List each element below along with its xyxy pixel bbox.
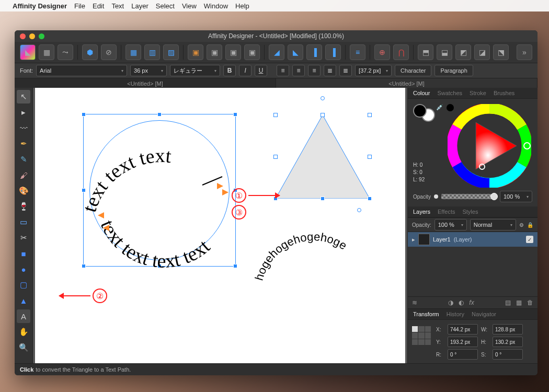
align-icon[interactable]: ≡ xyxy=(350,44,365,60)
rotate-ccw-icon[interactable]: ▐ xyxy=(306,44,322,60)
crop-tool-icon[interactable]: ✂ xyxy=(17,231,30,245)
textpath-width[interactable]: [37.2 px]▾ xyxy=(355,65,392,76)
zoom-tool-icon[interactable]: 🔍 xyxy=(17,341,30,354)
align-center-icon[interactable]: ≡ xyxy=(292,65,305,76)
underline-button[interactable]: U xyxy=(255,65,267,76)
app-name[interactable]: Affinity Designer xyxy=(13,2,67,10)
flip-h-icon[interactable]: ◢ xyxy=(269,44,284,60)
align-justify-icon[interactable]: ≣ xyxy=(324,65,336,76)
tab-brushes[interactable]: Brushes xyxy=(494,90,514,96)
boolean-intersect-icon[interactable]: ◩ xyxy=(455,44,471,60)
show-grid-icon[interactable]: ▦ xyxy=(125,44,141,60)
opacity-slider[interactable] xyxy=(441,194,497,199)
move-back-icon[interactable]: ▣ xyxy=(225,44,241,60)
move-backward-icon[interactable]: ▣ xyxy=(244,44,260,60)
italic-button[interactable]: I xyxy=(239,65,251,76)
eyedropper-icon[interactable]: 💉 xyxy=(436,104,443,111)
font-weight-select[interactable]: レギュラー▾ xyxy=(170,65,220,76)
tab-stroke[interactable]: Stroke xyxy=(470,90,486,96)
canvas-area[interactable]: text text text text text text text hogeh… xyxy=(33,88,407,364)
ellipse-tool-icon[interactable]: ● xyxy=(17,262,30,276)
paragraph-button[interactable]: Paragraph xyxy=(434,65,473,76)
fx-icon[interactable]: fx xyxy=(469,299,474,306)
pen-tool-icon[interactable]: ✒ xyxy=(17,137,30,151)
fill-stroke-swatch[interactable] xyxy=(413,104,435,122)
tab-layers[interactable]: Layers xyxy=(413,209,430,215)
menu-text[interactable]: Text xyxy=(111,2,124,10)
show-guides-icon[interactable]: ▥ xyxy=(144,44,160,60)
visibility-checkbox[interactable]: ✓ xyxy=(526,236,533,243)
disclosure-triangle-icon[interactable]: ▸ xyxy=(412,236,415,243)
blend-mode-select[interactable]: Normal▾ xyxy=(470,219,516,230)
menu-file[interactable]: File xyxy=(74,2,85,10)
colour-wheel[interactable] xyxy=(448,104,531,188)
menu-layer[interactable]: Layer xyxy=(131,2,148,10)
y-input[interactable]: 193.2 px xyxy=(448,337,478,347)
font-family-select[interactable]: Arial▾ xyxy=(36,65,127,76)
anchor-widget[interactable] xyxy=(412,326,431,345)
boolean-xor-icon[interactable]: ⬔ xyxy=(493,44,509,60)
rectangle-tool-icon[interactable]: ■ xyxy=(17,247,30,260)
flip-v-icon[interactable]: ◣ xyxy=(288,44,303,60)
boolean-divide-icon[interactable]: ◪ xyxy=(474,44,490,60)
tab-styles[interactable]: Styles xyxy=(462,209,478,215)
move-front-icon[interactable]: ▣ xyxy=(188,44,203,60)
tab-effects[interactable]: Effects xyxy=(438,209,455,215)
align-left-icon[interactable]: ≡ xyxy=(277,65,289,76)
tab-navigator[interactable]: Navigator xyxy=(472,311,496,317)
place-image-tool-icon[interactable]: ▭ xyxy=(17,215,30,229)
tab-untitled-2[interactable]: <Untitled> [M] xyxy=(276,78,537,89)
pencil-tool-icon[interactable]: ✎ xyxy=(17,153,30,166)
artistic-text-tool-icon[interactable]: A xyxy=(17,309,30,323)
persona-export-icon[interactable]: ⤳ xyxy=(58,44,73,60)
boolean-add-icon[interactable]: ⬒ xyxy=(418,44,433,60)
align-justify-all-icon[interactable]: ≣ xyxy=(339,65,352,76)
mask-icon[interactable]: ◑ xyxy=(448,299,453,306)
tab-swatches[interactable]: Swatches xyxy=(437,90,462,96)
canvas[interactable]: text text text text text text text hogeh… xyxy=(35,88,405,364)
delete-layer-icon[interactable]: 🗑 xyxy=(527,299,533,306)
menu-edit[interactable]: Edit xyxy=(93,2,104,10)
new-pixel-layer-icon[interactable]: ▦ xyxy=(516,299,522,306)
tab-transform[interactable]: Transform xyxy=(413,311,439,317)
layers-stack-icon[interactable]: ≋ xyxy=(412,299,417,306)
rounded-rect-tool-icon[interactable]: ▢ xyxy=(17,278,30,292)
menu-window[interactable]: Window xyxy=(204,2,228,10)
menu-view[interactable]: View xyxy=(182,2,197,10)
persona-designer-icon[interactable]: ◣ xyxy=(20,44,36,60)
x-input[interactable]: 744.2 px xyxy=(448,324,478,335)
magnet-icon[interactable]: ⋂ xyxy=(393,44,409,60)
r-input[interactable]: 0 ° xyxy=(448,349,478,360)
triangle-tool-icon[interactable]: ▲ xyxy=(17,294,30,307)
opacity-value[interactable]: 100 %▾ xyxy=(500,191,532,202)
corner-tool-icon[interactable]: 〰 xyxy=(17,121,30,135)
rotate-cw-icon[interactable]: ▐ xyxy=(325,44,341,60)
layer-opacity-value[interactable]: 100 %▾ xyxy=(434,219,467,230)
toolbar-overflow-icon[interactable]: » xyxy=(517,44,532,60)
persona-pixel-icon[interactable]: ▦ xyxy=(39,44,54,60)
lock-icon[interactable]: 🔒 xyxy=(527,222,533,228)
adjust-icon[interactable]: ◐ xyxy=(459,299,464,306)
snapping-icon[interactable]: ⊘ xyxy=(101,44,117,60)
tab-colour[interactable]: Colour xyxy=(413,90,430,96)
move-tool-icon[interactable]: ↖ xyxy=(17,90,30,103)
font-size-select[interactable]: 36 px▾ xyxy=(130,65,167,76)
menu-help[interactable]: Help xyxy=(235,2,249,10)
brush-tool-icon[interactable]: 🖌 xyxy=(17,168,30,182)
s-input[interactable]: 0 ° xyxy=(493,349,523,360)
node-tool-icon[interactable]: ▸ xyxy=(17,106,30,119)
character-button[interactable]: Character xyxy=(395,65,431,76)
fill-tool-icon[interactable]: 🎨 xyxy=(17,184,30,198)
tab-history[interactable]: History xyxy=(447,311,464,317)
move-forward-icon[interactable]: ▣ xyxy=(207,44,222,60)
bold-button[interactable]: B xyxy=(223,65,236,76)
preferences-icon[interactable]: ⬢ xyxy=(82,44,98,60)
gear-icon[interactable]: ⚙ xyxy=(519,222,524,228)
new-layer-icon[interactable]: ▤ xyxy=(505,299,511,306)
snap-toggle-icon[interactable]: ⊕ xyxy=(374,44,390,60)
boolean-subtract-icon[interactable]: ⬓ xyxy=(437,44,452,60)
align-right-icon[interactable]: ≡ xyxy=(308,65,321,76)
show-rulers-icon[interactable]: ▨ xyxy=(163,44,179,60)
pan-tool-icon[interactable]: ✋ xyxy=(17,325,30,339)
h-input[interactable]: 130.2 px xyxy=(493,337,523,347)
